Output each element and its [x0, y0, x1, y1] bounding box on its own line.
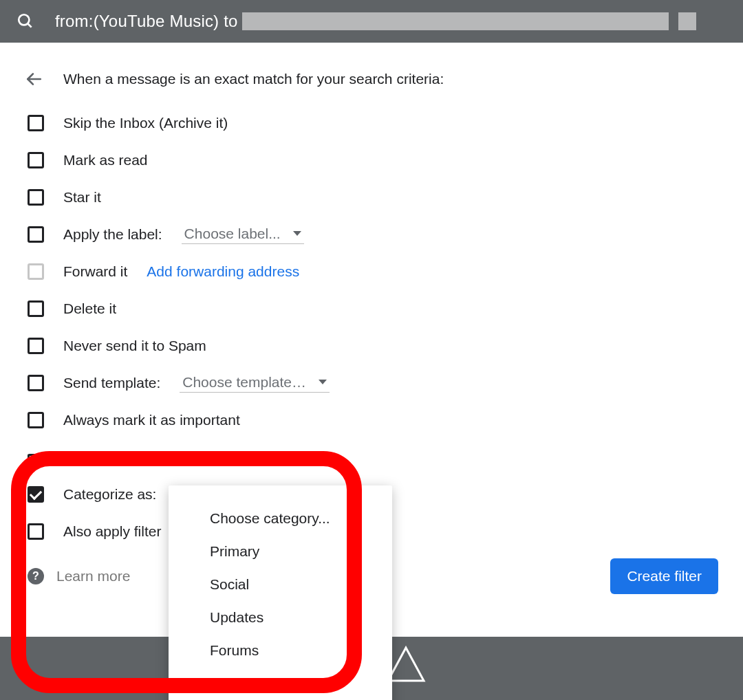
- category-option-primary[interactable]: Primary: [169, 535, 392, 568]
- checkbox-hidden-row[interactable]: [28, 454, 44, 461]
- learn-more-link[interactable]: ? Learn more: [28, 568, 130, 584]
- category-option-social[interactable]: Social: [169, 568, 392, 601]
- checkbox-send-template[interactable]: [28, 375, 44, 391]
- svg-line-1: [28, 23, 31, 27]
- add-forwarding-address-link[interactable]: Add forwarding address: [147, 263, 299, 280]
- option-label: Also apply filter: [63, 523, 161, 540]
- search-bar[interactable]: from:(YouTube Music) to: [0, 0, 743, 43]
- category-option-promotions[interactable]: Promotions: [169, 667, 392, 700]
- page-title: When a message is an exact match for you…: [63, 71, 444, 87]
- svg-marker-3: [388, 648, 424, 681]
- checkbox-star-it[interactable]: [28, 189, 44, 206]
- help-icon: ?: [28, 568, 44, 584]
- redacted-region: [242, 12, 669, 30]
- option-label: Mark as read: [63, 152, 148, 168]
- choose-label-dropdown[interactable]: Choose label...: [182, 226, 304, 244]
- chevron-down-icon: [319, 380, 327, 384]
- back-arrow-icon[interactable]: [25, 70, 43, 88]
- choose-label-placeholder: Choose label...: [184, 226, 281, 242]
- option-label: Send template:: [63, 375, 160, 391]
- option-label: Always mark it as important: [63, 412, 240, 428]
- option-label: Forward it: [63, 263, 127, 280]
- checkbox-mark-read[interactable]: [28, 152, 44, 168]
- checkbox-delete-it[interactable]: [28, 300, 44, 317]
- checkbox-always-important[interactable]: [28, 412, 44, 428]
- option-label: Never send it to Spam: [63, 338, 206, 354]
- option-label: Apply the label:: [63, 226, 162, 243]
- redacted-region: [678, 12, 696, 30]
- checkbox-never-spam[interactable]: [28, 338, 44, 354]
- option-label: Skip the Inbox (Archive it): [63, 115, 228, 131]
- create-filter-button[interactable]: Create filter: [610, 558, 718, 594]
- learn-more-label: Learn more: [56, 568, 130, 584]
- choose-template-placeholder: Choose template…: [182, 374, 306, 391]
- option-label: Categorize as:: [63, 486, 156, 503]
- checkbox-apply-label[interactable]: [28, 226, 44, 243]
- checkbox-forward-it: [28, 263, 44, 280]
- checkbox-also-apply[interactable]: [28, 523, 44, 540]
- category-option-forums[interactable]: Forums: [169, 634, 392, 667]
- category-option-updates[interactable]: Updates: [169, 601, 392, 634]
- checkbox-skip-inbox[interactable]: [28, 115, 44, 131]
- svg-point-0: [19, 14, 29, 25]
- option-label: Star it: [63, 189, 101, 206]
- search-icon[interactable]: [17, 12, 34, 30]
- choose-template-dropdown[interactable]: Choose template…: [180, 374, 330, 393]
- search-query-text[interactable]: from:(YouTube Music) to: [55, 12, 238, 31]
- checkbox-categorize-as[interactable]: [28, 486, 44, 503]
- option-label: Delete it: [63, 300, 116, 317]
- chevron-down-icon: [293, 231, 301, 236]
- category-option-choose[interactable]: Choose category...: [169, 502, 392, 535]
- category-dropdown[interactable]: Choose category... Primary Social Update…: [169, 485, 392, 700]
